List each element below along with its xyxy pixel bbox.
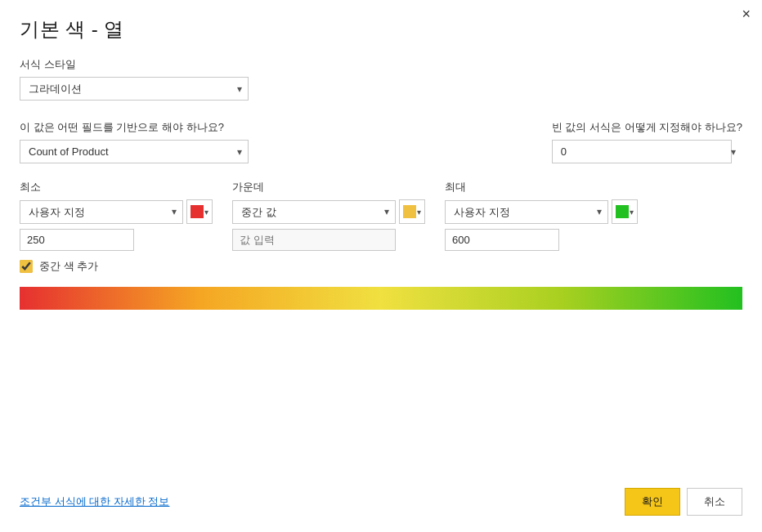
middle-group: 가운데 중간 값 ▾: [232, 180, 425, 251]
middle-value-input[interactable]: [232, 229, 396, 251]
field-dropdown[interactable]: Count of Product: [20, 140, 249, 163]
middle-color-label[interactable]: 중간 색 추가: [39, 259, 98, 274]
footer: 조건부 서식에 대한 자세한 정보 확인 취소: [20, 488, 742, 516]
middle-type-select[interactable]: 중간 값: [232, 200, 396, 224]
field-select[interactable]: Count of Product: [20, 140, 249, 163]
middle-color-arrow-icon: ▾: [417, 208, 421, 217]
minimum-label: 최소: [20, 180, 213, 194]
maximum-value-input[interactable]: [445, 229, 559, 251]
minimum-group: 최소 사용자 지정 ▾: [20, 180, 213, 251]
middle-color-swatch: [403, 205, 416, 218]
field-section-label: 이 값은 어떤 필드를 기반으로 해야 하나요?: [20, 120, 249, 135]
middle-label: 가운데: [232, 180, 425, 194]
maximum-color-button[interactable]: ▾: [612, 199, 638, 224]
minimum-value-input[interactable]: [20, 229, 134, 251]
blank-select[interactable]: 0: [552, 140, 742, 163]
maximum-label: 최대: [445, 180, 638, 194]
format-style-dropdown[interactable]: 그라데이션: [20, 77, 249, 101]
middle-color-checkbox[interactable]: [20, 260, 33, 273]
minimum-type-select[interactable]: 사용자 지정: [20, 200, 183, 224]
maximum-type-dropdown[interactable]: 사용자 지정: [445, 200, 608, 224]
confirm-button[interactable]: 확인: [625, 488, 680, 516]
dialog-title: 기본 색 - 열: [20, 16, 742, 42]
minimum-color-arrow-icon: ▾: [204, 208, 208, 217]
footer-link[interactable]: 조건부 서식에 대한 자세한 정보: [20, 494, 169, 509]
cancel-button[interactable]: 취소: [687, 488, 742, 516]
middle-type-dropdown[interactable]: 중간 값: [232, 200, 396, 224]
dialog: × 기본 색 - 열 서식 스타일 그라데이션 이 값은 어떤 필드를 기반으로…: [0, 0, 762, 532]
format-style-label: 서식 스타일: [20, 57, 742, 72]
maximum-color-swatch: [616, 205, 629, 218]
minimum-type-dropdown[interactable]: 사용자 지정: [20, 200, 183, 224]
gradient-bar: [20, 287, 742, 310]
blank-dropdown[interactable]: 0: [552, 140, 732, 163]
minimum-color-button[interactable]: ▾: [186, 199, 213, 224]
close-button[interactable]: ×: [742, 7, 751, 21]
maximum-group: 최대 사용자 지정 ▾: [445, 180, 638, 251]
blank-section-label: 빈 값의 서식은 어떻게 지정해야 하나요?: [552, 120, 742, 135]
footer-buttons: 확인 취소: [625, 488, 742, 516]
maximum-color-arrow-icon: ▾: [630, 208, 634, 217]
maximum-type-select[interactable]: 사용자 지정: [445, 200, 608, 224]
format-style-select[interactable]: 그라데이션: [20, 77, 249, 101]
minimum-color-swatch: [190, 205, 204, 218]
middle-color-button[interactable]: ▾: [399, 199, 425, 224]
